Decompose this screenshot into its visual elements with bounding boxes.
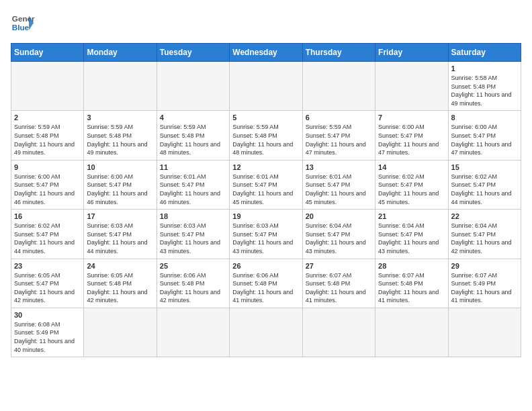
day-number: 25 bbox=[160, 262, 226, 270]
day-number: 6 bbox=[306, 113, 372, 122]
day-info: Sunrise: 5:58 AMSunset: 5:48 PMDaylight:… bbox=[451, 74, 518, 107]
day-info: Sunrise: 5:59 AMSunset: 5:48 PMDaylight:… bbox=[87, 123, 153, 156]
day-number: 18 bbox=[160, 212, 226, 220]
day-number: 13 bbox=[306, 163, 372, 171]
day-info: Sunrise: 6:00 AMSunset: 5:47 PMDaylight:… bbox=[14, 173, 81, 206]
calendar-day: 26Sunrise: 6:06 AMSunset: 5:48 PMDayligh… bbox=[230, 259, 302, 308]
day-number: 9 bbox=[14, 163, 81, 171]
day-number: 12 bbox=[232, 163, 299, 171]
day-number: 3 bbox=[87, 113, 153, 122]
day-info: Sunrise: 5:59 AMSunset: 5:48 PMDaylight:… bbox=[232, 123, 299, 156]
day-number: 5 bbox=[232, 113, 299, 122]
weekday-header-sunday: Sunday bbox=[11, 44, 84, 62]
day-number: 1 bbox=[451, 64, 518, 73]
day-number: 15 bbox=[451, 163, 518, 171]
logo: General Blue bbox=[11, 11, 35, 35]
calendar-day: 28Sunrise: 6:07 AMSunset: 5:48 PMDayligh… bbox=[375, 259, 448, 308]
day-info: Sunrise: 6:00 AMSunset: 5:47 PMDaylight:… bbox=[451, 123, 518, 156]
svg-text:Blue: Blue bbox=[12, 23, 30, 32]
calendar-week-row: 9Sunrise: 6:00 AMSunset: 5:47 PMDaylight… bbox=[11, 160, 521, 209]
calendar-day bbox=[157, 62, 229, 111]
day-number: 11 bbox=[160, 163, 226, 171]
calendar-week-row: 1Sunrise: 5:58 AMSunset: 5:48 PMDaylight… bbox=[11, 62, 521, 111]
calendar-day: 20Sunrise: 6:04 AMSunset: 5:47 PMDayligh… bbox=[302, 210, 375, 259]
calendar-day: 12Sunrise: 6:01 AMSunset: 5:47 PMDayligh… bbox=[230, 160, 302, 209]
calendar-day bbox=[230, 62, 302, 111]
day-number: 26 bbox=[232, 262, 299, 270]
page-header: General Blue bbox=[11, 11, 521, 35]
day-info: Sunrise: 6:04 AMSunset: 5:47 PMDaylight:… bbox=[378, 222, 445, 255]
day-info: Sunrise: 6:01 AMSunset: 5:47 PMDaylight:… bbox=[232, 173, 299, 206]
calendar-day: 3Sunrise: 5:59 AMSunset: 5:48 PMDaylight… bbox=[84, 111, 157, 160]
calendar-day: 4Sunrise: 5:59 AMSunset: 5:48 PMDaylight… bbox=[157, 111, 229, 160]
calendar-week-row: 2Sunrise: 5:59 AMSunset: 5:48 PMDaylight… bbox=[11, 111, 521, 160]
calendar-week-row: 16Sunrise: 6:02 AMSunset: 5:47 PMDayligh… bbox=[11, 210, 521, 259]
day-info: Sunrise: 6:00 AMSunset: 5:47 PMDaylight:… bbox=[378, 123, 445, 156]
day-number: 8 bbox=[451, 113, 518, 122]
calendar-day: 25Sunrise: 6:06 AMSunset: 5:48 PMDayligh… bbox=[157, 259, 229, 308]
weekday-header-wednesday: Wednesday bbox=[230, 44, 302, 62]
calendar-day bbox=[302, 62, 375, 111]
day-number: 23 bbox=[14, 262, 81, 270]
day-number: 14 bbox=[378, 163, 445, 171]
calendar-day bbox=[157, 308, 229, 357]
day-info: Sunrise: 6:05 AMSunset: 5:48 PMDaylight:… bbox=[87, 271, 153, 305]
calendar-day bbox=[84, 62, 157, 111]
calendar-day: 7Sunrise: 6:00 AMSunset: 5:47 PMDaylight… bbox=[375, 111, 448, 160]
day-info: Sunrise: 6:06 AMSunset: 5:48 PMDaylight:… bbox=[160, 271, 226, 305]
calendar-day: 22Sunrise: 6:04 AMSunset: 5:47 PMDayligh… bbox=[448, 210, 521, 259]
day-number: 24 bbox=[87, 262, 153, 270]
calendar-day: 21Sunrise: 6:04 AMSunset: 5:47 PMDayligh… bbox=[375, 210, 448, 259]
day-number: 28 bbox=[378, 262, 445, 270]
day-number: 21 bbox=[378, 212, 445, 220]
calendar-day bbox=[448, 308, 521, 357]
day-number: 4 bbox=[160, 113, 226, 122]
day-number: 10 bbox=[87, 163, 153, 171]
day-info: Sunrise: 6:03 AMSunset: 5:47 PMDaylight:… bbox=[87, 222, 153, 255]
day-info: Sunrise: 6:04 AMSunset: 5:47 PMDaylight:… bbox=[451, 222, 518, 255]
weekday-header-tuesday: Tuesday bbox=[157, 44, 229, 62]
day-info: Sunrise: 6:05 AMSunset: 5:47 PMDaylight:… bbox=[14, 271, 81, 305]
calendar-day: 5Sunrise: 5:59 AMSunset: 5:48 PMDaylight… bbox=[230, 111, 302, 160]
day-info: Sunrise: 6:06 AMSunset: 5:48 PMDaylight:… bbox=[232, 271, 299, 305]
day-info: Sunrise: 6:02 AMSunset: 5:47 PMDaylight:… bbox=[378, 173, 445, 206]
day-info: Sunrise: 6:00 AMSunset: 5:47 PMDaylight:… bbox=[87, 173, 153, 206]
weekday-header-thursday: Thursday bbox=[302, 44, 375, 62]
calendar-day: 13Sunrise: 6:01 AMSunset: 5:47 PMDayligh… bbox=[302, 160, 375, 209]
calendar-table: SundayMondayTuesdayWednesdayThursdayFrid… bbox=[11, 43, 521, 357]
calendar-day: 29Sunrise: 6:07 AMSunset: 5:49 PMDayligh… bbox=[448, 259, 521, 308]
day-number: 20 bbox=[306, 212, 372, 220]
day-number: 7 bbox=[378, 113, 445, 122]
weekday-header-monday: Monday bbox=[84, 44, 157, 62]
calendar-week-row: 30Sunrise: 6:08 AMSunset: 5:49 PMDayligh… bbox=[11, 308, 521, 357]
day-info: Sunrise: 6:03 AMSunset: 5:47 PMDaylight:… bbox=[232, 222, 299, 255]
day-number: 17 bbox=[87, 212, 153, 220]
day-info: Sunrise: 6:02 AMSunset: 5:47 PMDaylight:… bbox=[451, 173, 518, 206]
day-info: Sunrise: 6:02 AMSunset: 5:47 PMDaylight:… bbox=[14, 222, 81, 255]
calendar-day bbox=[230, 308, 302, 357]
calendar-day: 8Sunrise: 6:00 AMSunset: 5:47 PMDaylight… bbox=[448, 111, 521, 160]
calendar-day bbox=[375, 62, 448, 111]
day-info: Sunrise: 5:59 AMSunset: 5:47 PMDaylight:… bbox=[306, 123, 372, 156]
calendar-day: 14Sunrise: 6:02 AMSunset: 5:47 PMDayligh… bbox=[375, 160, 448, 209]
day-number: 2 bbox=[14, 113, 81, 122]
calendar-day: 27Sunrise: 6:07 AMSunset: 5:48 PMDayligh… bbox=[302, 259, 375, 308]
day-info: Sunrise: 5:59 AMSunset: 5:48 PMDaylight:… bbox=[160, 123, 226, 156]
day-number: 27 bbox=[306, 262, 372, 270]
calendar-day: 2Sunrise: 5:59 AMSunset: 5:48 PMDaylight… bbox=[11, 111, 84, 160]
calendar-day: 17Sunrise: 6:03 AMSunset: 5:47 PMDayligh… bbox=[84, 210, 157, 259]
day-number: 30 bbox=[14, 311, 81, 319]
calendar-day: 6Sunrise: 5:59 AMSunset: 5:47 PMDaylight… bbox=[302, 111, 375, 160]
day-info: Sunrise: 6:04 AMSunset: 5:47 PMDaylight:… bbox=[306, 222, 372, 255]
calendar-day: 18Sunrise: 6:03 AMSunset: 5:47 PMDayligh… bbox=[157, 210, 229, 259]
day-info: Sunrise: 6:07 AMSunset: 5:49 PMDaylight:… bbox=[451, 271, 518, 305]
calendar-day: 11Sunrise: 6:01 AMSunset: 5:47 PMDayligh… bbox=[157, 160, 229, 209]
day-info: Sunrise: 6:07 AMSunset: 5:48 PMDaylight:… bbox=[306, 271, 372, 305]
calendar-day: 15Sunrise: 6:02 AMSunset: 5:47 PMDayligh… bbox=[448, 160, 521, 209]
calendar-day: 16Sunrise: 6:02 AMSunset: 5:47 PMDayligh… bbox=[11, 210, 84, 259]
logo-icon: General Blue bbox=[11, 11, 35, 35]
weekday-header-row: SundayMondayTuesdayWednesdayThursdayFrid… bbox=[11, 44, 521, 62]
day-number: 29 bbox=[451, 262, 518, 270]
calendar-day: 10Sunrise: 6:00 AMSunset: 5:47 PMDayligh… bbox=[84, 160, 157, 209]
day-number: 22 bbox=[451, 212, 518, 220]
